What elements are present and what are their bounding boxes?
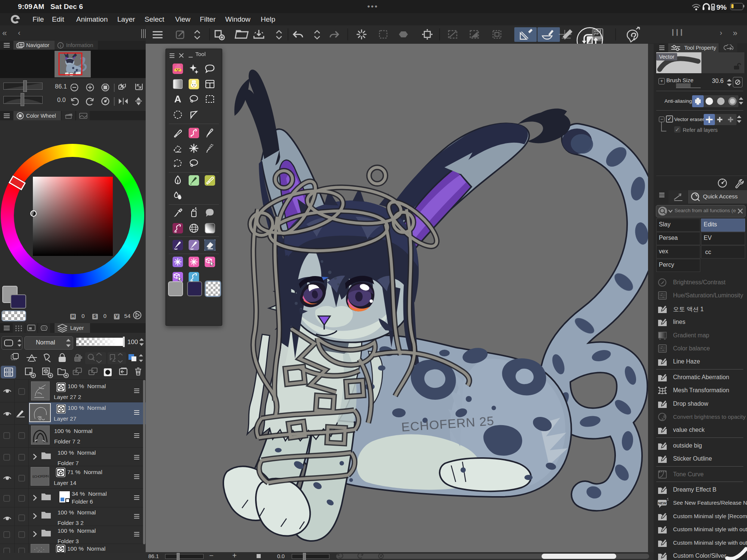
svg-text:9%: 9% — [716, 3, 727, 11]
svg-text:i: i — [60, 43, 61, 48]
svg-text:NEW: NEW — [658, 501, 666, 505]
svg-text:A: A — [174, 93, 182, 105]
svg-text:ECHOFERN25: ECHOFERN25 — [32, 474, 49, 479]
